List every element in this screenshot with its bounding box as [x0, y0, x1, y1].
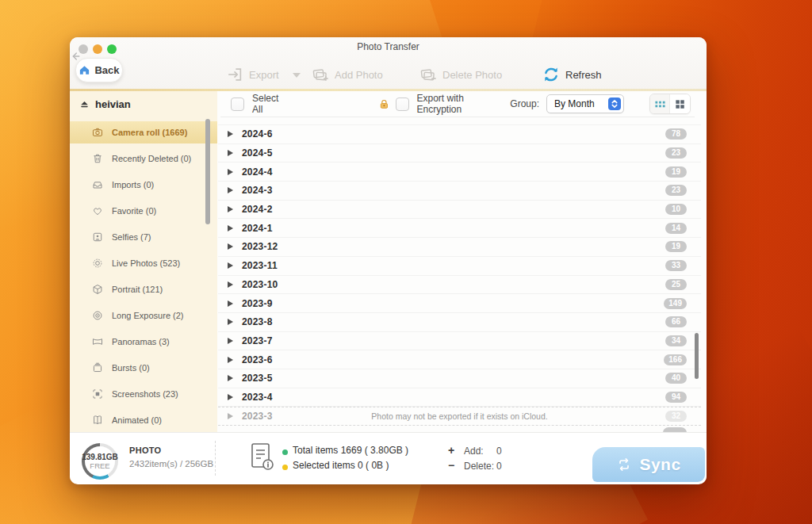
group-row[interactable]: 2023-10 25 [218, 276, 701, 295]
selected-items-dot [282, 465, 288, 470]
group-row[interactable]: 2023-3 Photo may not be exported if it e… [218, 407, 701, 426]
disclosure-triangle-icon[interactable] [228, 225, 233, 231]
group-row[interactable]: 2024-5 23 [218, 144, 701, 163]
disclosure-triangle-icon[interactable] [228, 262, 233, 269]
app-window: Photo Transfer Back Export Add Photo Del… [70, 37, 707, 484]
group-row[interactable]: 2023-12 19 [218, 238, 701, 257]
sidebar-item-icon [92, 415, 103, 426]
small-grid-view-button[interactable] [650, 94, 670, 113]
group-row-label: 2023-5 [242, 373, 273, 384]
add-photo-button[interactable]: Add Photo [312, 66, 383, 83]
group-row[interactable]: 2024-3 23 [218, 182, 701, 201]
disclosure-triangle-icon[interactable] [228, 338, 233, 344]
encryption-checkbox[interactable] [396, 98, 409, 111]
group-row[interactable]: 2023-6 166 [218, 350, 701, 369]
disclosure-triangle-icon[interactable] [228, 300, 233, 307]
view-toggle [649, 94, 691, 114]
group-row[interactable]: 2024-2 10 [218, 201, 701, 220]
sidebar-item-label: Live Photos (523) [112, 258, 180, 268]
sidebar-item-favorite[interactable]: Favorite (0) [70, 200, 217, 222]
group-row[interactable]: 2024-6 78 [218, 125, 701, 144]
delete-photo-button[interactable]: Delete Photo [419, 66, 502, 83]
add-sign: + [448, 444, 454, 457]
storage-gauge: 139.81GB FREE [82, 443, 118, 480]
disclosure-triangle-icon[interactable] [228, 243, 233, 250]
disclosure-triangle-icon[interactable] [228, 187, 233, 193]
disclosure-triangle-icon[interactable] [228, 375, 233, 381]
free-space-value: 139.81GB [82, 453, 118, 461]
delete-photo-icon [419, 66, 437, 83]
group-count-badge: 19 [665, 166, 687, 178]
sidebar-scrollbar[interactable] [205, 119, 210, 224]
sidebar-item-imports[interactable]: Imports (0) [70, 174, 217, 196]
content-header: Select All Export with Encryption Group:… [231, 95, 691, 113]
group-row[interactable]: 2023-9 149 [218, 294, 701, 313]
sidebar-item-recently-deleted[interactable]: Recently Deleted (0) [70, 147, 217, 170]
export-dropdown-caret-icon[interactable] [293, 73, 301, 78]
sidebar-item-label: Recently Deleted (0) [112, 154, 191, 163]
encryption-label: Export with Encryption [417, 93, 511, 115]
group-row-label: 2024-6 [242, 128, 273, 140]
group-row[interactable]: 2023-11 33 [218, 257, 701, 276]
group-row-label: 2023-10 [242, 279, 278, 290]
sidebar-item-portrait[interactable]: Portrait (121) [70, 278, 217, 300]
group-select[interactable]: By Month [546, 94, 624, 113]
group-row[interactable]: 2023-8 66 [218, 313, 701, 332]
group-select-value: By Month [554, 98, 595, 109]
eject-icon[interactable] [79, 99, 90, 109]
sidebar-item-long-exposure[interactable]: Long Exposure (2) [70, 304, 217, 327]
refresh-button[interactable]: Refresh [542, 66, 602, 83]
group-row-label: 2024-5 [242, 147, 273, 159]
sidebar-item-label: Imports (0) [112, 180, 154, 189]
group-count-badge: 33 [665, 260, 687, 271]
sidebar-item-panoramas[interactable]: Panoramas (3) [70, 331, 217, 353]
group-row-label: 2023-8 [242, 316, 273, 327]
sidebar-item-live-photos[interactable]: Live Photos (523) [70, 252, 217, 274]
delete-label: Delete: [464, 461, 494, 472]
home-icon [79, 64, 90, 76]
back-button[interactable]: Back [75, 58, 123, 82]
free-space-label: FREE [90, 461, 109, 470]
sidebar-item-icon [92, 127, 103, 138]
group-row[interactable]: 2024-1 14 [218, 219, 701, 238]
select-all-checkbox[interactable] [231, 98, 244, 111]
disclosure-triangle-icon[interactable] [228, 394, 233, 400]
group-count-badge: 66 [665, 316, 687, 327]
sidebar-item-icon [92, 153, 103, 164]
group-row[interactable]: 2023-5 40 [218, 369, 701, 388]
add-label: Add: [464, 446, 484, 457]
sidebar-item-animated[interactable]: Animated (0) [70, 409, 217, 431]
export-button[interactable]: Export [226, 66, 279, 83]
group-row-label: 2023-6 [242, 354, 273, 365]
sidebar-item-bursts[interactable]: Bursts (0) [70, 357, 217, 379]
disclosure-triangle-icon[interactable] [228, 319, 233, 325]
sidebar-item-icon [92, 179, 103, 190]
sync-button[interactable]: Sync [592, 447, 705, 482]
content-scrollbar[interactable] [695, 333, 699, 379]
disclosure-triangle-icon[interactable] [228, 169, 233, 175]
sidebar-item-screenshots[interactable]: Screenshots (23) [70, 383, 217, 405]
group-row-label: 2023-4 [242, 392, 273, 403]
disclosure-triangle-icon[interactable] [228, 131, 233, 137]
disclosure-triangle-icon[interactable] [228, 150, 233, 156]
sidebar-item-label: Animated (0) [112, 415, 162, 425]
sidebar-item-label: Long Exposure (2) [112, 311, 184, 320]
group-count-badge: 78 [665, 128, 687, 140]
disclosure-triangle-icon[interactable] [228, 281, 233, 288]
sidebar-item-label: Selfies (7) [112, 232, 151, 242]
sidebar-item-icon [92, 231, 103, 243]
sidebar-item-selfies[interactable]: Selfies (7) [70, 226, 217, 248]
group-row[interactable]: 2023-4 94 [218, 388, 701, 407]
sidebar-item-camera-roll[interactable]: Camera roll (1669) [70, 121, 217, 143]
disclosure-triangle-icon[interactable] [228, 357, 233, 363]
sidebar-item-icon [92, 362, 103, 373]
group-row[interactable]: 2023-7 34 [218, 332, 701, 351]
device-row[interactable]: heivian [79, 98, 131, 110]
sidebar-item-icon [92, 310, 103, 321]
disclosure-triangle-icon[interactable] [228, 206, 233, 212]
large-grid-view-button[interactable] [669, 94, 690, 113]
sidebar-items: Camera roll (1669) Recently Deleted (0) … [70, 121, 217, 431]
group-count-badge: 10 [665, 204, 687, 215]
group-row[interactable]: 2024-4 19 [218, 163, 701, 182]
group-count-badge: 23 [665, 185, 687, 196]
